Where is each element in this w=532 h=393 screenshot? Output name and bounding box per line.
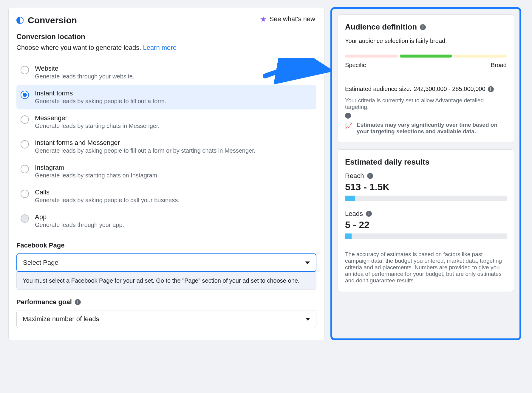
reach-bar <box>345 196 507 201</box>
radio-option-calls[interactable]: CallsGenerate leads by asking people to … <box>16 184 316 208</box>
radio-subtitle: Generate leads through your app. <box>35 222 124 228</box>
leads-value: 5 - 22 <box>345 219 507 230</box>
info-icon[interactable]: i <box>367 173 373 179</box>
audience-definition-heading: Audience definition i <box>345 22 507 32</box>
radio-icon <box>21 91 29 99</box>
reach-bar-fill <box>345 196 355 201</box>
radio-title: Calls <box>35 188 180 196</box>
conversion-icon <box>16 17 24 24</box>
whats-new-label: See what's new <box>270 15 315 23</box>
reach-value: 513 - 1.5K <box>345 182 507 193</box>
radio-subtitle: Generate leads by asking people to fill … <box>35 147 255 154</box>
radio-option-instant-forms-and-messenger[interactable]: Instant forms and MessengerGenerate lead… <box>16 134 316 159</box>
performance-goal-label: Performance goal i <box>16 298 316 306</box>
info-icon[interactable]: i <box>420 24 426 30</box>
daily-results-footer: The accuracy of estimates is based on fa… <box>338 245 514 284</box>
star-icon: ★ <box>260 15 267 23</box>
radio-subtitle: Generate leads by asking people to fill … <box>35 98 166 105</box>
radio-title: Messenger <box>35 114 160 122</box>
radio-icon <box>21 115 29 124</box>
conversion-location-description: Choose where you want to generate leads.… <box>16 44 316 52</box>
facebook-page-label: Facebook Page <box>16 242 316 249</box>
radio-title: Website <box>35 65 134 72</box>
audience-gauge <box>345 55 507 58</box>
radio-subtitle: Generate leads by starting chats on Inst… <box>35 172 159 179</box>
learn-more-link[interactable]: Learn more <box>143 44 177 51</box>
conversion-location-options: WebsiteGenerate leads through your websi… <box>16 60 316 233</box>
chevron-down-icon <box>305 262 310 264</box>
estimates-panel: Audience definition i Your audience sele… <box>330 7 521 340</box>
audience-summary: Your audience selection is fairly broad. <box>345 38 507 44</box>
gauge-label-broad: Broad <box>491 62 507 69</box>
daily-results-card: Estimated daily results Reach i 513 - 1.… <box>338 149 514 292</box>
radio-option-messenger[interactable]: MessengerGenerate leads by starting chat… <box>16 109 316 134</box>
audience-variance-note: 📈 Estimates may vary significantly over … <box>345 122 507 135</box>
gauge-segment-specific <box>345 55 398 58</box>
performance-goal-value: Maximize number of leads <box>23 315 99 323</box>
chevron-down-icon <box>305 318 310 321</box>
leads-label: Leads i <box>345 210 507 218</box>
radio-subtitle: Generate leads by asking people to call … <box>35 197 180 204</box>
leads-bar <box>345 233 507 239</box>
info-icon[interactable]: i <box>345 113 351 119</box>
facebook-page-notice: You must select a Facebook Page for your… <box>16 272 316 290</box>
leads-bar-fill <box>345 233 352 239</box>
audience-definition-card: Audience definition i Your audience sele… <box>338 14 514 143</box>
radio-icon <box>21 190 29 198</box>
radio-option-instant-forms[interactable]: Instant formsGenerate leads by asking pe… <box>16 85 316 109</box>
chart-icon: 📈 <box>345 122 352 135</box>
radio-subtitle: Generate leads through your website. <box>35 73 134 80</box>
radio-option-app[interactable]: AppGenerate leads through your app. <box>16 208 316 233</box>
section-title-text: Conversion <box>28 15 77 25</box>
daily-results-heading: Estimated daily results <box>345 157 507 167</box>
radio-option-website[interactable]: WebsiteGenerate leads through your websi… <box>16 60 316 85</box>
info-icon[interactable]: i <box>75 299 81 305</box>
radio-icon <box>21 214 29 223</box>
radio-title: App <box>35 213 124 221</box>
info-icon[interactable]: i <box>366 211 372 217</box>
radio-icon <box>21 165 29 173</box>
radio-option-instagram[interactable]: InstagramGenerate leads by starting chat… <box>16 159 316 184</box>
performance-goal-select[interactable]: Maximize number of leads <box>16 310 316 328</box>
radio-title: Instagram <box>35 164 159 171</box>
facebook-page-select[interactable]: Select Page <box>16 253 316 272</box>
reach-label: Reach i <box>345 172 507 180</box>
gauge-segment-mid <box>400 55 452 58</box>
radio-icon <box>21 66 29 74</box>
radio-title: Instant forms <box>35 89 166 97</box>
estimated-audience-size: Estimated audience size: 242,300,000 - 2… <box>345 86 507 92</box>
conversion-location-heading: Conversion location <box>16 33 316 41</box>
conversion-card: Conversion ★ See what's new Conversion l… <box>8 7 324 340</box>
radio-icon <box>21 140 29 148</box>
facebook-page-placeholder: Select Page <box>23 259 58 267</box>
gauge-labels: Specific Broad <box>345 62 507 69</box>
gauge-label-specific: Specific <box>345 62 366 69</box>
gauge-segment-broad <box>454 55 507 58</box>
radio-subtitle: Generate leads by starting chats in Mess… <box>35 123 160 129</box>
audience-criteria-text: Your criteria is currently set to allow … <box>345 97 507 119</box>
whats-new-button[interactable]: ★ See what's new <box>260 15 315 23</box>
radio-title: Instant forms and Messenger <box>35 139 255 147</box>
divider <box>338 79 514 79</box>
info-icon[interactable]: i <box>488 86 494 92</box>
